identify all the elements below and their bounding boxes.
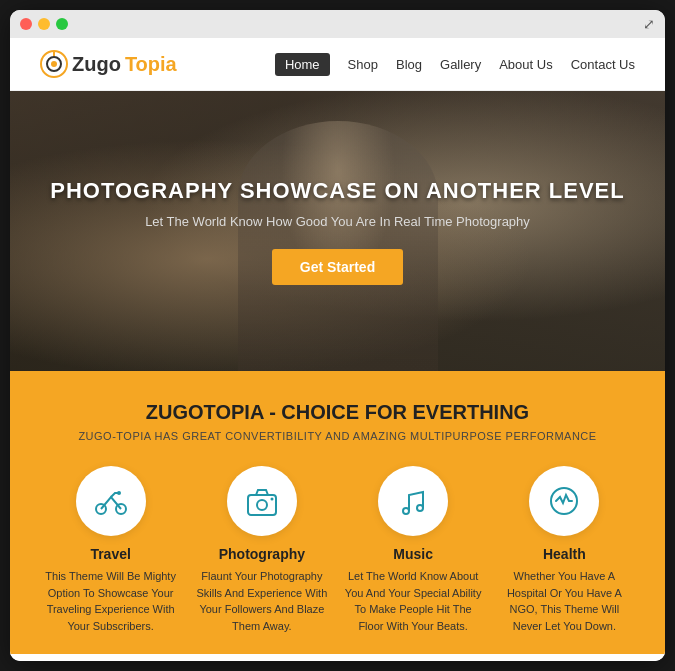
health-icon	[546, 483, 582, 519]
music-icon	[395, 483, 431, 519]
hero-content: PHOTOGRAPHY SHOWCASE ON ANOTHER LEVEL Le…	[50, 178, 624, 285]
logo-text-topia: Topia	[125, 53, 177, 76]
get-started-button[interactable]: Get Started	[272, 249, 403, 285]
photography-card-desc: Flaunt Your Photography Skills And Exper…	[191, 568, 332, 634]
section-subtitle: ZUGO-TOPIA HAS GREAT CONVERTIBILITY AND …	[40, 430, 635, 442]
nav-item-blog[interactable]: Blog	[396, 57, 422, 72]
nav-links: Home Shop Blog Gallery About Us Contact …	[275, 57, 635, 72]
nav-item-contact[interactable]: Contact Us	[571, 57, 635, 72]
svg-point-2	[51, 61, 57, 67]
hero-section: PHOTOGRAPHY SHOWCASE ON ANOTHER LEVEL Le…	[10, 91, 665, 371]
cards-row: Travel This Theme Will Be Mighty Option …	[40, 466, 635, 634]
svg-point-6	[117, 491, 121, 495]
nav-item-about[interactable]: About Us	[499, 57, 552, 72]
nav-item-shop[interactable]: Shop	[348, 57, 378, 72]
card-health: Health Whether You Have A Hospital Or Yo…	[494, 466, 635, 634]
hero-subtitle: Let The World Know How Good You Are In R…	[50, 214, 624, 229]
photography-icon-circle	[227, 466, 297, 536]
hero-title: PHOTOGRAPHY SHOWCASE ON ANOTHER LEVEL	[50, 178, 624, 204]
logo-text-zugo: Zugo	[72, 53, 121, 76]
section-title: ZUGOTOPIA - CHOICE FOR EVERTHING	[40, 401, 635, 424]
traffic-lights	[20, 18, 68, 30]
travel-card-title: Travel	[90, 546, 130, 562]
logo[interactable]: ZugoTopia	[40, 50, 177, 78]
card-music: Music Let The World Know About You And Y…	[343, 466, 484, 634]
health-card-desc: Whether You Have A Hospital Or You Have …	[494, 568, 635, 634]
svg-point-9	[270, 498, 273, 501]
browser-window: ⤢ ZugoTopia Home Shop Blog Gallery About	[10, 10, 665, 661]
site-content: ZugoTopia Home Shop Blog Gallery About U…	[10, 38, 665, 661]
svg-point-11	[417, 505, 423, 511]
health-card-title: Health	[543, 546, 586, 562]
music-icon-circle	[378, 466, 448, 536]
svg-point-10	[403, 508, 409, 514]
card-photography: Photography Flaunt Your Photography Skil…	[191, 466, 332, 634]
svg-point-8	[257, 500, 267, 510]
photography-card-title: Photography	[219, 546, 305, 562]
title-bar: ⤢	[10, 10, 665, 38]
music-card-desc: Let The World Know About You And Your Sp…	[343, 568, 484, 634]
travel-icon-circle	[76, 466, 146, 536]
logo-icon	[40, 50, 68, 78]
travel-card-desc: This Theme Will Be Mighty Option To Show…	[40, 568, 181, 634]
card-travel: Travel This Theme Will Be Mighty Option …	[40, 466, 181, 634]
bike-icon	[93, 483, 129, 519]
nav-item-gallery[interactable]: Gallery	[440, 57, 481, 72]
music-card-title: Music	[393, 546, 433, 562]
health-icon-circle	[529, 466, 599, 536]
maximize-button[interactable]	[56, 18, 68, 30]
expand-icon[interactable]: ⤢	[643, 16, 655, 32]
features-section: ZUGOTOPIA - CHOICE FOR EVERTHING ZUGO-TO…	[10, 371, 665, 654]
camera-icon	[244, 483, 280, 519]
minimize-button[interactable]	[38, 18, 50, 30]
close-button[interactable]	[20, 18, 32, 30]
navbar: ZugoTopia Home Shop Blog Gallery About U…	[10, 38, 665, 91]
nav-item-home[interactable]: Home	[275, 57, 330, 72]
